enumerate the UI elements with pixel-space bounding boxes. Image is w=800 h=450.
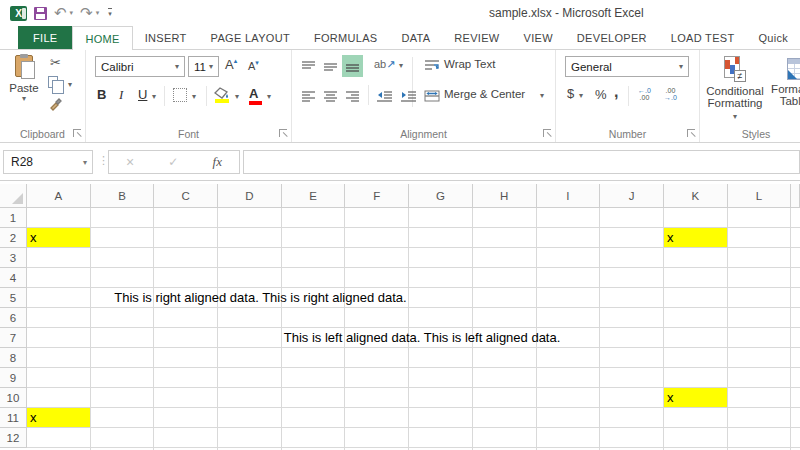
name-box-dropdown-icon[interactable]: ▾: [83, 158, 87, 167]
tab-load-test[interactable]: LOAD TEST: [659, 26, 747, 49]
row-header-11[interactable]: 11: [0, 408, 27, 428]
insert-function-icon[interactable]: fx: [213, 154, 222, 170]
bold-button[interactable]: B: [97, 87, 106, 102]
save-icon[interactable]: [34, 7, 47, 20]
row-header-4[interactable]: 4: [0, 268, 27, 288]
borders-dropdown-icon[interactable]: ▾: [192, 92, 196, 101]
middle-align-button[interactable]: [320, 55, 341, 77]
column-header-partial[interactable]: [791, 184, 800, 208]
select-all-corner[interactable]: [0, 184, 27, 208]
column-header-g[interactable]: G: [409, 184, 473, 208]
tab-home[interactable]: HOME: [72, 26, 132, 50]
top-align-button[interactable]: [298, 55, 319, 77]
italic-button[interactable]: I: [119, 87, 123, 103]
format-painter-icon[interactable]: [48, 96, 63, 115]
shrink-font-button[interactable]: A▾: [248, 59, 259, 72]
fill-color-icon[interactable]: [214, 86, 231, 104]
align-center-button[interactable]: [320, 85, 341, 107]
column-header-e[interactable]: E: [282, 184, 346, 208]
merge-center-dropdown-icon[interactable]: ▾: [540, 91, 544, 100]
number-format-select[interactable]: General ▾: [565, 56, 689, 77]
font-color-dropdown-icon[interactable]: ▾: [267, 92, 271, 101]
wrap-text-button[interactable]: Wrap Text: [444, 58, 495, 70]
font-family-select[interactable]: Calibri ▾: [95, 56, 185, 77]
column-header-i[interactable]: I: [537, 184, 601, 208]
tab-page-layout[interactable]: PAGE LAYOUT: [199, 26, 302, 49]
grow-font-button[interactable]: A▴: [225, 57, 237, 72]
copy-dropdown-icon[interactable]: ▾: [68, 80, 72, 89]
borders-icon[interactable]: [173, 88, 187, 102]
tab-view[interactable]: VIEW: [512, 26, 565, 49]
row-header-5[interactable]: 5: [0, 288, 27, 308]
customize-qat-icon[interactable]: ▾: [108, 8, 112, 18]
underline-button[interactable]: U: [138, 87, 147, 102]
column-header-h[interactable]: H: [473, 184, 537, 208]
cell-K10[interactable]: x: [664, 388, 727, 407]
column-header-l[interactable]: L: [728, 184, 792, 208]
row-header-8[interactable]: 8: [0, 348, 27, 368]
cell-row5-right-aligned-text[interactable]: This is right aligned data. This is righ…: [91, 288, 409, 308]
underline-dropdown-icon[interactable]: ▾: [152, 92, 156, 101]
row-header-10[interactable]: 10: [0, 388, 27, 408]
undo-icon[interactable]: ↶: [54, 6, 67, 20]
paste-button[interactable]: Paste ▾: [6, 55, 42, 121]
decrease-indent-button[interactable]: [374, 85, 395, 107]
fill-color-dropdown-icon[interactable]: ▾: [235, 92, 239, 101]
currency-dropdown-icon[interactable]: ▾: [579, 91, 583, 100]
undo-dropdown-icon[interactable]: ▾: [70, 9, 74, 17]
currency-button[interactable]: $: [567, 86, 574, 101]
number-dialog-launcher-icon[interactable]: [687, 129, 695, 137]
tab-formulas[interactable]: FORMULAS: [302, 26, 390, 49]
redo-icon[interactable]: ↷: [80, 6, 93, 20]
row-header-12[interactable]: 12: [0, 428, 27, 448]
cell-K2[interactable]: x: [664, 228, 727, 247]
column-header-f[interactable]: F: [345, 184, 409, 208]
tab-insert[interactable]: INSERT: [133, 26, 199, 49]
font-color-icon[interactable]: A: [249, 86, 258, 101]
increase-decimal-button[interactable]: ←.0.00: [638, 87, 651, 101]
column-header-d[interactable]: D: [218, 184, 282, 208]
orientation-dropdown-icon[interactable]: ▾: [399, 61, 403, 70]
orientation-button[interactable]: ab↗: [374, 58, 395, 71]
font-dialog-launcher-icon[interactable]: [279, 129, 287, 137]
tab-developer[interactable]: DEVELOPER: [565, 26, 659, 49]
alignment-dialog-launcher-icon[interactable]: [543, 129, 551, 137]
cancel-icon[interactable]: ×: [126, 154, 134, 170]
tab-file[interactable]: FILE: [18, 26, 72, 49]
name-box[interactable]: R28 ▾: [3, 150, 93, 174]
tab-data[interactable]: DATA: [389, 26, 442, 49]
column-header-c[interactable]: C: [154, 184, 218, 208]
redo-dropdown-icon[interactable]: ▾: [96, 9, 100, 17]
paste-dropdown-icon[interactable]: ▾: [6, 94, 42, 103]
tab-review[interactable]: REVIEW: [442, 26, 511, 49]
conditional-formatting-button[interactable]: ≠ Conditional Formatting ▾: [704, 54, 766, 121]
row-header-1[interactable]: 1: [0, 208, 27, 228]
font-size-select[interactable]: 11 ▾: [188, 56, 219, 77]
row-header-2[interactable]: 2: [0, 228, 27, 248]
column-header-a[interactable]: A: [27, 184, 91, 208]
row-header-7[interactable]: 7: [0, 328, 27, 348]
clipboard-dialog-launcher-icon[interactable]: [73, 129, 81, 137]
cell-row7-left-aligned-text[interactable]: This is left aligned data. This is left …: [282, 328, 582, 348]
cell-A2[interactable]: x: [27, 228, 90, 247]
increase-indent-button[interactable]: [398, 85, 419, 107]
enter-icon[interactable]: ✓: [168, 155, 178, 169]
copy-icon[interactable]: [48, 76, 58, 88]
row-header-3[interactable]: 3: [0, 248, 27, 268]
comma-button[interactable]: ,: [614, 83, 618, 101]
bottom-align-button[interactable]: [342, 55, 363, 77]
percent-button[interactable]: %: [595, 87, 607, 102]
column-header-j[interactable]: J: [600, 184, 664, 208]
row-header-6[interactable]: 6: [0, 308, 27, 328]
align-right-button[interactable]: [342, 85, 363, 107]
row-header-9[interactable]: 9: [0, 368, 27, 388]
tab-quick[interactable]: Quick: [746, 26, 800, 49]
formula-input[interactable]: [243, 150, 800, 174]
merge-center-button[interactable]: Merge & Center: [444, 88, 525, 100]
column-header-k[interactable]: K: [664, 184, 728, 208]
cell-A11[interactable]: x: [27, 408, 90, 427]
align-left-button[interactable]: [298, 85, 319, 107]
column-header-b[interactable]: B: [91, 184, 155, 208]
decrease-decimal-button[interactable]: .00→.0: [664, 87, 677, 101]
format-as-table-button[interactable]: Format as Table ▾: [766, 54, 800, 107]
